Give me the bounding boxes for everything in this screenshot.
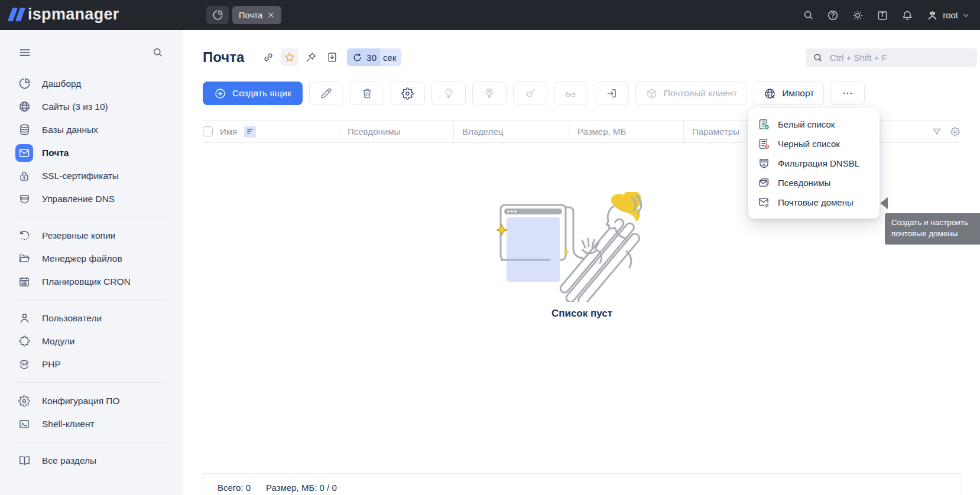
- sidebar-search-icon[interactable]: [152, 47, 163, 58]
- lightbulb-icon: [443, 87, 455, 99]
- search-input[interactable]: [829, 52, 970, 63]
- more-actions-menu: Белый список Черный список DNSBL Фильтра…: [748, 108, 880, 219]
- global-search-icon[interactable]: [803, 9, 814, 21]
- sidebar-item-backups[interactable]: Резервные копии: [0, 224, 183, 247]
- column-header-size[interactable]: Размер, МБ: [577, 126, 626, 136]
- trash-icon: [361, 87, 373, 99]
- edit-button[interactable]: [309, 82, 343, 105]
- select-all-checkbox[interactable]: [203, 126, 213, 136]
- more-actions-button[interactable]: [830, 82, 865, 105]
- dashboard-tab-button[interactable]: [206, 6, 229, 24]
- sidebar-item-dns[interactable]: DNS Управление DNS: [0, 187, 183, 210]
- auto-refresh-control[interactable]: 30 сек: [347, 48, 401, 66]
- column-header-name[interactable]: Имя: [220, 126, 237, 136]
- sidebar-item-cron[interactable]: Планировщик CRON: [0, 270, 183, 293]
- theme-sun-icon[interactable]: [852, 9, 864, 21]
- lightbulb-off-icon: [483, 87, 495, 99]
- sidebar-item-shell[interactable]: Shell-клиент: [0, 412, 183, 435]
- help-icon[interactable]: [827, 9, 839, 21]
- preview-button[interactable]: [554, 82, 588, 105]
- menu-item-blacklist[interactable]: Черный список: [748, 134, 880, 154]
- puzzle-icon: [18, 335, 31, 347]
- column-header-aliases[interactable]: Псевдонимы: [348, 126, 400, 136]
- create-mailbox-button[interactable]: Создать ящик: [203, 82, 303, 105]
- sidebar-item-label: Shell-клиент: [42, 419, 95, 429]
- terminal-icon: [18, 418, 30, 430]
- tab-mail[interactable]: Почта: [232, 6, 281, 24]
- filter-button[interactable]: [932, 127, 942, 136]
- list-search-box[interactable]: [806, 48, 977, 67]
- svg-text:PHP: PHP: [20, 362, 28, 366]
- disable-button[interactable]: [472, 82, 507, 105]
- document-download-icon: [326, 51, 338, 63]
- pie-chart-icon: [212, 9, 223, 21]
- logo-slashes-icon: [10, 8, 23, 21]
- create-mailbox-label: Создать ящик: [232, 88, 291, 99]
- menu-item-aliases[interactable]: Псевдонимы: [748, 173, 880, 193]
- main-content: Почта 30 сек Создать ящик: [183, 30, 980, 495]
- empty-list-message: Список пуст: [551, 308, 612, 320]
- sort-button[interactable]: [244, 126, 256, 138]
- export-list-button[interactable]: [323, 48, 341, 66]
- import-button[interactable]: Импорт: [754, 82, 824, 105]
- sidebar-item-databases[interactable]: Базы данных: [0, 118, 183, 141]
- pin-button[interactable]: [302, 48, 320, 66]
- refresh-icon: [352, 53, 362, 63]
- tooltip: Создать и настроить почтовые домены: [885, 213, 980, 245]
- sidebar-item-label: Конфигурация ПО: [42, 396, 120, 406]
- sidebar-item-users[interactable]: Пользователи: [0, 307, 183, 330]
- column-header-params[interactable]: Параметры: [692, 126, 739, 136]
- sidebar-item-label: Менеджер файлов: [42, 253, 122, 264]
- menu-item-label: Псевдонимы: [778, 178, 830, 188]
- sidebar-divider: [17, 217, 167, 217]
- database-icon: [18, 123, 31, 136]
- menu-item-label: Фильтрация DNSBL: [778, 158, 859, 168]
- settings-button[interactable]: [391, 82, 425, 105]
- sidebar-item-label: Сайты (3 из 10): [42, 102, 108, 112]
- sidebar-item-mail[interactable]: Почта: [0, 141, 183, 164]
- sidebar-item-php[interactable]: PHP PHP: [0, 353, 183, 376]
- sidebar-item-all-sections[interactable]: Все разделы: [0, 449, 183, 472]
- page-title: Почта: [203, 50, 244, 64]
- sidebar-item-ssl[interactable]: SSL-сертификаты: [0, 164, 183, 187]
- sidebar-item-sites[interactable]: Сайты (3 из 10): [0, 95, 183, 118]
- copy-link-button[interactable]: [259, 48, 277, 66]
- sidebar-item-files[interactable]: Менеджер файлов: [0, 247, 183, 270]
- notifications-bell-icon[interactable]: [901, 9, 913, 21]
- column-header-owner[interactable]: Владелец: [462, 126, 503, 136]
- tab-close-icon[interactable]: [267, 11, 275, 19]
- svg-text:@: @: [765, 203, 768, 207]
- menu-item-mail-domains[interactable]: @ Почтовые домены: [748, 193, 880, 212]
- menu-item-dnsbl[interactable]: DNSBL Фильтрация DNSBL: [748, 154, 880, 173]
- menu-item-label: Почтовые домены: [778, 197, 854, 207]
- star-icon: [284, 51, 296, 63]
- sidebar-item-modules[interactable]: Модули: [0, 330, 183, 353]
- username: root: [943, 10, 958, 20]
- calendar-icon: [18, 276, 30, 288]
- favorite-button[interactable]: [281, 48, 298, 66]
- user-menu[interactable]: root: [926, 9, 969, 21]
- sidebar-item-dashboard[interactable]: Дашборд: [0, 72, 183, 95]
- sidebar-item-label: Резервные копии: [42, 230, 115, 241]
- sidebar-item-label: Все разделы: [42, 455, 96, 466]
- sidebar: Дашборд Сайты (3 из 10) Базы данных Почт…: [0, 30, 183, 495]
- envelope-at-icon: @: [758, 196, 770, 209]
- tab-bar: Почта: [206, 6, 281, 24]
- table-settings-button[interactable]: [950, 127, 960, 136]
- pencil-icon: [320, 87, 332, 99]
- sidebar-item-software[interactable]: Конфигурация ПО: [0, 389, 183, 412]
- pie-chart-icon: [18, 77, 31, 90]
- enable-button[interactable]: [431, 82, 466, 105]
- total-count: Всего: 0: [218, 483, 251, 493]
- clean-button[interactable]: [513, 82, 547, 105]
- sidebar-toggle-button[interactable]: [18, 46, 31, 59]
- app-logo: ispmanager: [10, 6, 119, 22]
- export-icon[interactable]: [877, 9, 888, 21]
- menu-item-label: Белый список: [778, 119, 835, 129]
- delete-button[interactable]: [350, 82, 384, 105]
- login-as-button[interactable]: [595, 82, 629, 105]
- mail-client-button[interactable]: Почтовый клиент: [635, 82, 747, 105]
- pin-icon: [305, 51, 317, 63]
- topbar-actions: root: [803, 0, 969, 30]
- menu-item-whitelist[interactable]: Белый список: [748, 115, 880, 134]
